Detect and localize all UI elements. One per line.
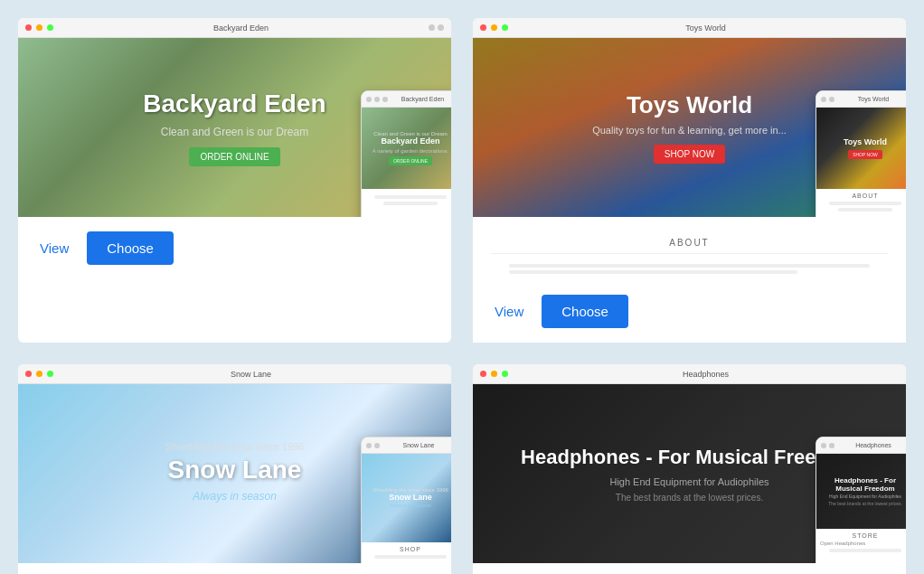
view-button-backyard[interactable]: View (36, 233, 72, 263)
browser-dot-green-snow (47, 371, 53, 377)
preview-backyard-eden: Backyard Eden Backyard Eden Clean and Gr… (18, 18, 451, 217)
mobile-white-backyard (362, 189, 451, 217)
about-label: ABOUT (669, 238, 709, 248)
about-section-toys: ABOUT (473, 217, 906, 280)
browser-dot-yellow (36, 24, 42, 31)
browser-dot-green-hp (502, 371, 508, 377)
about-label-container: ABOUT (491, 224, 888, 254)
browser-dot-red-snow (25, 371, 32, 377)
browser-action-dot (429, 24, 435, 31)
mobile-title-label-toys: Toys World (837, 96, 906, 102)
headphones-subtitle: High End Equipment for Audiophiles (609, 476, 768, 487)
mobile-line-snow1 (374, 555, 447, 559)
browser-dot-yellow-snow (36, 371, 42, 377)
mobile-content-backyard: Clean and Green is our Dream Backyard Ed… (362, 108, 451, 217)
mobile-hero-toys: Toys World SHOP NOW (816, 108, 906, 189)
choose-button-backyard[interactable]: Choose (87, 231, 174, 265)
mobile-about-label: ABOUT (820, 193, 906, 199)
browser-title-headphones: Headphones (513, 370, 899, 379)
mobile-tagline-snow: Always in season (390, 503, 431, 508)
mobile-line-hp1 (829, 549, 901, 552)
snow-title: Snow Lane (168, 456, 302, 485)
mobile-dot2 (374, 97, 380, 102)
store-label-container: STORE (491, 570, 888, 574)
mobile-overlay-toys: Toys World Toys World SHOP NOW ABOUT (816, 90, 906, 217)
mobile-content-snow: Shredding the snow since 1996 Snow Lane … (362, 454, 451, 563)
browser-dot-yellow-toys (491, 24, 497, 31)
toys-subtitle: Quality toys for fun & learning, get mor… (592, 125, 787, 136)
mobile-title-toys: Toys World (844, 137, 887, 147)
mobile-bar-headphones: Headphones (816, 438, 906, 454)
mobile-line-toys2 (838, 208, 892, 212)
store-section-headphones: STORE Open Headphones $299 Closed Headph… (473, 563, 906, 574)
mobile-title-backyard: Backyard Eden (381, 136, 439, 146)
mobile-dot-hp2 (829, 443, 834, 448)
browser-dot-green-toys (502, 24, 508, 31)
mobile-title-label-hp: Headphones (837, 442, 906, 448)
toys-shop-btn[interactable]: SHOP NOW (654, 145, 725, 164)
mobile-tagline-hp: The best brands at the lowest prices. (828, 501, 902, 506)
browser-dot-red (25, 24, 32, 31)
mobile-tagline-backyard: A variety of garden decorations. (372, 148, 448, 154)
snow-tagline: Always in season (193, 490, 277, 503)
mobile-content-toys: Toys World SHOP NOW ABOUT (816, 108, 906, 217)
browser-title-snow: Snow Lane (58, 370, 444, 379)
browser-bar-snow: Snow Lane (18, 364, 451, 384)
card-snow-lane: Snow Lane Shredding the snow since 1996 … (18, 364, 451, 574)
view-button-toys[interactable]: View (491, 296, 527, 326)
mobile-line-toys1 (829, 202, 901, 205)
preview-snow-lane: Snow Lane Shredding the snow since 1996 … (18, 364, 451, 563)
snow-bottom-content: SHOP SKIS ACCESSORIES (18, 563, 451, 574)
mobile-dot-toys2 (829, 97, 834, 102)
headphones-tagline: The best brands at the lowest prices. (616, 493, 763, 503)
browser-dot-red-toys (480, 24, 486, 31)
mobile-hero-headphones: Headphones - For Musical Freedom High En… (816, 454, 906, 529)
browser-dot-green (47, 24, 53, 31)
snow-subtitle: Shredding the snow since 1996 (165, 441, 305, 452)
mobile-dot-hp1 (821, 443, 826, 448)
mobile-white-snow: SHOP (362, 542, 451, 564)
mobile-order-btn-backyard: ORDER ONLINE (389, 156, 432, 165)
mobile-shop-btn-toys: SHOP NOW (848, 150, 882, 159)
mobile-title-snow: Snow Lane (389, 493, 432, 503)
template-grid: Backyard Eden Backyard Eden Clean and Gr… (18, 18, 906, 574)
mobile-overlay-headphones: Headphones Headphones - For Musical Free… (816, 437, 906, 563)
mobile-sub-hp: High End Equipment for Audiophiles (829, 494, 901, 499)
card-backyard-eden: Backyard Eden Backyard Eden Clean and Gr… (18, 18, 451, 343)
browser-dot-red-hp (480, 371, 486, 377)
mobile-bar-snow: Snow Lane (362, 438, 451, 454)
preview-headphones: Headphones Headphones - For Musical Free… (473, 364, 906, 563)
browser-bar-backyard: Backyard Eden (18, 18, 451, 38)
card-toys-world: Toys World Toys World Quality toys for f… (473, 18, 906, 343)
about-line2 (509, 270, 797, 274)
toys-title: Toys World (627, 91, 752, 119)
browser-action-dot2 (438, 24, 444, 31)
mobile-overlay-backyard: Backyard Eden Clean and Green is our Dre… (361, 90, 451, 217)
mobile-content-headphones: Headphones - For Musical Freedom High En… (816, 454, 906, 563)
headphones-title: Headphones - For Musical Freedom (521, 445, 858, 471)
mobile-white-headphones: STORE Open Headphones (816, 529, 906, 564)
mobile-bar-toys: Toys World (816, 91, 906, 108)
browser-title-backyard: Backyard Eden (58, 24, 424, 33)
mobile-dot-toys1 (821, 97, 826, 102)
mobile-dot1 (366, 97, 372, 102)
card-bottom-toys: View Choose (473, 280, 906, 343)
browser-bar-toys: Toys World (473, 18, 906, 38)
backyard-order-btn[interactable]: ORDER ONLINE (189, 147, 279, 166)
browser-title-toys: Toys World (513, 24, 899, 33)
about-lines (491, 258, 888, 280)
card-bottom-backyard: View Choose (18, 217, 451, 279)
mobile-bar-backyard: Backyard Eden (362, 91, 451, 108)
mobile-title-label: Backyard Eden (391, 96, 451, 102)
mobile-line2 (383, 202, 438, 205)
choose-button-toys[interactable]: Choose (542, 295, 628, 328)
backyard-subtitle: Clean and Green is our Dream (161, 126, 308, 138)
backyard-title: Backyard Eden (143, 89, 325, 118)
preview-toys-world: Toys World Toys World Quality toys for f… (473, 18, 906, 217)
mobile-hero-backyard: Clean and Green is our Dream Backyard Ed… (362, 108, 451, 189)
mobile-dot-snow1 (366, 443, 372, 448)
mobile-shop-label: SHOP (365, 546, 451, 552)
mobile-dot-snow2 (374, 443, 380, 448)
browser-bar-headphones: Headphones (473, 364, 906, 384)
card-headphones: Headphones Headphones - For Musical Free… (473, 364, 906, 574)
